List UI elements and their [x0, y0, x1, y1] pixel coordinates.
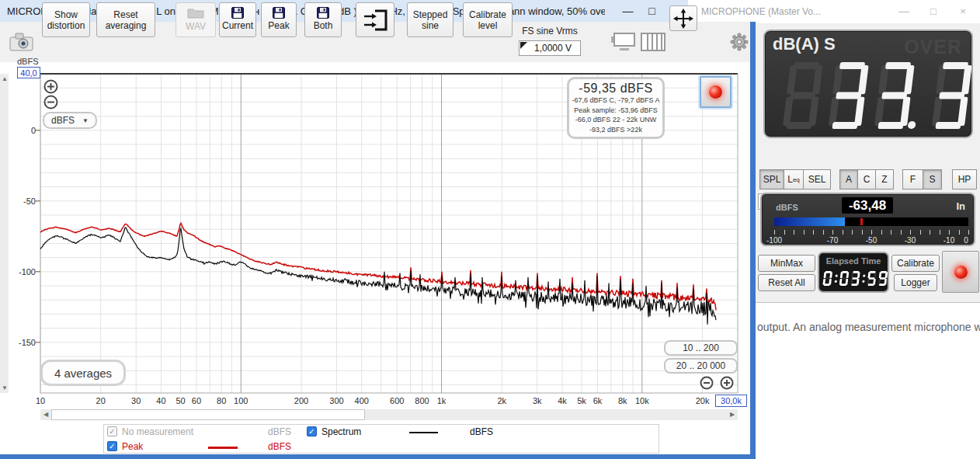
arrows-into-box-icon: [362, 8, 388, 33]
minimize-button[interactable]: —: [616, 0, 640, 22]
zoom-in-y-button[interactable]: [43, 79, 58, 94]
meter-tick-label: -50: [866, 236, 877, 245]
scrollbar-thumb[interactable]: [51, 409, 365, 420]
scroll-left-icon[interactable]: ◀: [41, 409, 50, 420]
save-peak-button[interactable]: Peak: [261, 2, 297, 37]
spl-button-c[interactable]: C: [857, 169, 876, 190]
peak-unit: dBFS: [268, 441, 291, 452]
window-right-border: [750, 22, 756, 459]
meter-tick: [959, 230, 960, 235]
stepped-sine-button[interactable]: Stepped sine: [407, 2, 454, 37]
fs-sine-value: [519, 40, 581, 56]
save-wav-button[interactable]: WAV: [175, 2, 216, 37]
x-tick-label: 50: [175, 396, 185, 405]
spl-button-a[interactable]: A: [839, 169, 858, 190]
meter-peak-marker: [860, 218, 863, 225]
readout-line-3: -66,0 dBFS 22 - 22k UNW: [569, 115, 662, 125]
zoom-in-x-button[interactable]: [720, 376, 734, 390]
spl-maximize-button[interactable]: □: [919, 1, 948, 23]
spl-group-speed: FS: [903, 169, 942, 190]
minus-circle-icon: [700, 376, 714, 390]
y-axis-max-input[interactable]: [17, 67, 40, 78]
peak-label: Peak: [122, 441, 143, 452]
bands-view-button[interactable]: [640, 31, 666, 53]
x-tick-label: 4k: [558, 396, 567, 405]
peak-checkbox[interactable]: ✓: [107, 441, 117, 451]
spl-button-hp[interactable]: HP: [952, 169, 977, 190]
spl-button-s[interactable]: S: [923, 169, 942, 190]
monitor-view-button[interactable]: [610, 31, 637, 53]
meter-unit-label: dBFS: [776, 203, 798, 212]
meter-tick: [832, 230, 833, 235]
spl-record-button[interactable]: [942, 251, 979, 293]
spl-button-leq[interactable]: Leq: [784, 169, 804, 190]
spl-minimize-button[interactable]: —: [889, 1, 919, 23]
scroll-right-icon[interactable]: ▶: [728, 409, 737, 420]
meter-value: -63,48: [842, 197, 893, 214]
floppy-disk-icon: [317, 7, 329, 19]
scroll-down-icon[interactable]: ▼: [0, 383, 9, 393]
x-tick-label: 800: [415, 396, 429, 405]
save-both-button[interactable]: Both: [304, 2, 342, 37]
record-icon: [709, 85, 722, 99]
spl-button-sel[interactable]: SEL: [803, 169, 831, 190]
screen: MICROPHONE (Master Vo... — □ × dB(A) S O…: [0, 0, 980, 459]
monitor-icon: [611, 32, 636, 52]
meter-tick: [804, 230, 805, 235]
spl-window-titlebar[interactable]: MICROPHONE (Master Vo... — □ ×: [683, 0, 980, 23]
vertical-scrollbar[interactable]: ▲ ▼: [0, 74, 9, 393]
minmax-button[interactable]: MinMax: [758, 255, 815, 272]
readout-line-2: Peak sample: -53,96 dBFS: [569, 106, 662, 116]
fs-sine-label: FS sine Vrms: [516, 26, 584, 37]
zoom-out-y-button[interactable]: [43, 95, 58, 110]
record-icon: [954, 266, 968, 279]
meter-bar: [774, 217, 968, 226]
spl-window-title: MICROPHONE (Master Vo...: [683, 6, 821, 17]
columns-icon: [641, 33, 665, 51]
maximize-button[interactable]: □: [640, 0, 664, 22]
zoom-out-x-button[interactable]: [700, 376, 714, 390]
x-tick-label: 30: [131, 396, 141, 405]
scroll-up-icon[interactable]: ▲: [0, 74, 9, 84]
meter-bar-fill: [774, 217, 845, 226]
plus-circle-icon: [720, 376, 734, 390]
save-current-button[interactable]: Current: [219, 2, 256, 37]
calibrate-level-button[interactable]: Calibrate level: [463, 2, 513, 37]
x-axis-max-input[interactable]: [715, 395, 747, 407]
plus-circle-icon: [43, 79, 58, 94]
unit-selector-dropdown[interactable]: dBFS ▼: [43, 112, 97, 129]
x-tick-label: 300: [329, 396, 343, 405]
readout-overlay: -59,35 dBFS -67,6 dBFS C, -79,7 dBFS A P…: [567, 77, 665, 139]
x-tick-label: 1k: [437, 396, 447, 405]
spl-button-z[interactable]: Z: [875, 169, 894, 190]
averages-badge: 4 averages: [40, 360, 126, 386]
screenshot-button[interactable]: [6, 26, 37, 57]
meter-tick: [813, 230, 814, 235]
x-tick-label: 2k: [497, 396, 506, 405]
level-meter: dBFS -63,48 In -100-70-50-30-100: [760, 193, 975, 246]
x-tick-label: 600: [390, 396, 404, 405]
move-arrows-icon: [673, 9, 693, 29]
settings-button[interactable]: [728, 31, 750, 53]
reset-all-button[interactable]: Reset All: [758, 274, 815, 291]
spl-close-button[interactable]: ×: [948, 1, 978, 23]
x-tick-label: 3k: [533, 396, 542, 405]
logger-button[interactable]: Logger: [894, 274, 937, 291]
spectrum-checkbox[interactable]: ✓: [307, 426, 317, 436]
reset-averaging-button[interactable]: Reset averaging: [96, 2, 155, 37]
meter-tick: [891, 230, 891, 235]
x-tick-label: 400: [355, 396, 369, 405]
main-window-title: MICROPHONE (Master Volume) L on EXCL: Ми…: [0, 5, 605, 17]
input-select-button[interactable]: [356, 2, 394, 37]
range-20-20000-button[interactable]: 20 .. 20 000: [664, 358, 738, 374]
meter-tick: [901, 230, 902, 235]
rta-record-button[interactable]: [700, 76, 732, 108]
calibrate-button[interactable]: Calibrate: [891, 255, 940, 272]
spl-button-f[interactable]: F: [902, 169, 923, 190]
pan-mode-button[interactable]: [669, 5, 697, 31]
no-measurement-checkbox[interactable]: ✓: [107, 426, 117, 436]
spl-button-spl[interactable]: SPL: [759, 169, 784, 190]
show-distortion-button[interactable]: Show distortion: [42, 2, 90, 37]
range-10-200-button[interactable]: 10 .. 200: [664, 340, 738, 356]
horizontal-scrollbar[interactable]: ◀ ▶: [40, 409, 738, 420]
